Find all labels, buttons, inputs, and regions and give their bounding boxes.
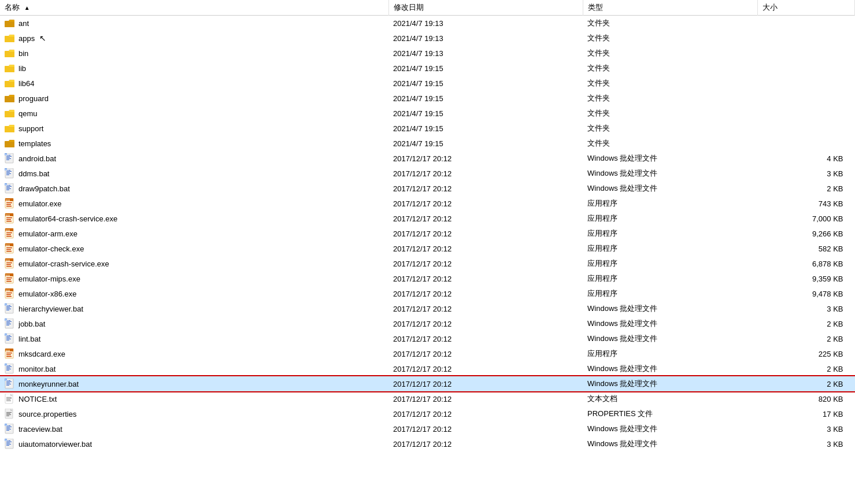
exe-icon: EXE [5,349,15,359]
file-size: 2 KB [757,331,854,346]
file-type: 文本文档 [583,391,757,406]
col-name-label: 名称 [5,3,20,12]
file-name: mksdcard.exe [18,350,65,358]
table-row[interactable]: support2021/4/7 19:15文件夹 [0,121,855,136]
svg-text:BAT: BAT [5,333,10,336]
file-date: 2021/4/7 19:15 [388,61,583,76]
svg-rect-86 [6,309,11,309]
file-date: 2021/4/7 19:13 [388,16,583,31]
svg-rect-118 [6,370,9,370]
file-type: Windows 批处理文件 [583,361,757,376]
table-row[interactable]: BAT ddms.bat2017/12/17 20:12Windows 批处理文… [0,166,855,181]
file-type: Windows 批处理文件 [583,181,757,196]
table-row[interactable]: qemu2021/4/7 19:15文件夹 [0,106,855,121]
table-row[interactable]: EXE emulator64-crash-service.exe2017/12/… [0,211,855,226]
svg-rect-144 [6,428,10,428]
file-size: 7,000 KB [757,211,854,226]
svg-rect-140 [6,416,9,416]
file-type: 应用程序 [583,226,757,241]
bat-icon: BAT [5,183,15,194]
table-row[interactable]: NOTICE.txt2017/12/17 20:12文本文档820 KB [0,391,855,406]
table-row[interactable]: templates2021/4/7 19:15文件夹 [0,136,855,151]
svg-rect-138 [6,413,10,414]
file-name: emulator-x86.exe [18,290,76,298]
table-row[interactable]: BAT monitor.bat2017/12/17 20:12Windows 批… [0,361,855,376]
svg-rect-123 [6,381,12,382]
col-header-date[interactable]: 修改日期 [388,0,583,16]
file-size: 2 KB [757,376,854,391]
table-row[interactable]: EXE mksdcard.exe2017/12/17 20:12应用程序225 … [0,346,855,361]
table-row[interactable]: proguard2021/4/7 19:15文件夹 [0,91,855,106]
folder-icon [5,123,15,134]
svg-text:BAT: BAT [5,364,10,366]
table-row[interactable]: bin2021/4/7 19:13文件夹 [0,46,855,61]
svg-text:BAT: BAT [5,439,10,442]
svg-rect-101 [6,338,10,338]
file-name: apps [18,34,35,43]
file-size: 820 KB [757,391,854,406]
table-row[interactable]: lib2021/4/7 19:15文件夹 [0,61,855,76]
table-row[interactable]: BAT lint.bat2017/12/17 20:12Windows 批处理文… [0,331,855,346]
svg-rect-78 [6,292,12,294]
file-date: 2017/12/17 20:12 [388,421,583,436]
svg-rect-0 [5,21,14,27]
file-date: 2021/4/7 19:13 [388,31,583,46]
file-size: 9,266 KB [757,226,854,241]
file-name: uiautomatorviewer.bat [18,440,92,449]
table-row[interactable]: EXE emulator-mips.exe2017/12/17 20:12应用程… [0,271,855,286]
svg-rect-7 [5,127,14,132]
svg-rect-95 [6,325,9,325]
table-row[interactable]: EXE emulator-check.exe2017/12/17 20:12应用… [0,241,855,256]
table-row[interactable]: BAT monkeyrunner.bat2017/12/17 20:12Wind… [0,376,855,391]
table-row[interactable]: BAT uiautomatorviewer.bat2017/12/17 20:1… [0,436,855,451]
file-size [757,31,854,46]
table-row[interactable]: EXE emulator-arm.exe2017/12/17 20:12应用程序… [0,226,855,241]
table-row[interactable]: BAT hierarchyviewer.bat2017/12/17 20:12W… [0,301,855,316]
svg-rect-139 [6,414,11,415]
file-list: 名称 ▲ 修改日期 类型 大小 ant2021/4/7 19:13文件夹 app… [0,0,855,451]
file-name: emulator-check.exe [18,244,84,253]
table-row[interactable]: BAT jobb.bat2017/12/17 20:12Windows 批处理文… [0,316,855,331]
svg-rect-109 [6,353,12,354]
svg-rect-124 [6,383,10,383]
svg-rect-22 [6,175,9,175]
file-size: 17 KB [757,406,854,421]
file-type: 文件夹 [583,136,757,151]
col-header-size[interactable]: 大小 [757,0,854,16]
file-name: support [18,124,43,133]
table-row[interactable]: apps↖2021/4/7 19:13文件夹 [0,31,855,46]
table-row[interactable]: BAT draw9patch.bat2017/12/17 20:12Window… [0,181,855,196]
table-row[interactable]: source.properties2017/12/17 20:12PROPERT… [0,406,855,421]
file-size: 225 KB [757,346,854,361]
col-type-label: 类型 [588,3,603,12]
svg-text:EXE: EXE [6,290,10,292]
file-name: lib64 [18,79,34,88]
exe-icon: EXE [5,228,15,239]
table-row[interactable]: EXE emulator-crash-service.exe2017/12/17… [0,256,855,271]
table-row[interactable]: ant2021/4/7 19:13文件夹 [0,16,855,31]
file-type: 应用程序 [583,256,757,271]
file-name: jobb.bat [18,320,45,328]
file-size: 3 KB [757,436,854,451]
svg-rect-71 [6,277,12,279]
table-row[interactable]: lib642021/4/7 19:15文件夹 [0,76,855,91]
exe-icon: EXE [5,273,15,284]
file-date: 2017/12/17 20:12 [388,151,583,166]
table-row[interactable]: BAT traceview.bat2017/12/17 20:12Windows… [0,421,855,436]
file-name: android.bat [18,154,56,163]
file-name: monitor.bat [18,365,55,373]
bat-icon: BAT [5,333,15,344]
file-type: Windows 批处理文件 [583,376,757,391]
col-header-name[interactable]: 名称 ▲ [0,0,388,16]
exe-icon: EXE [5,258,15,269]
file-name: emulator.exe [18,199,61,208]
file-date: 2021/4/7 19:13 [388,46,583,61]
col-header-type[interactable]: 类型 [583,0,757,16]
table-row[interactable]: EXE emulator.exe2017/12/17 20:12应用程序743 … [0,196,855,211]
file-name: lib [18,64,26,73]
file-date: 2017/12/17 20:12 [388,391,583,406]
file-name: source.properties [18,410,76,418]
table-row[interactable]: EXE emulator-x86.exe2017/12/17 20:12应用程序… [0,286,855,301]
table-row[interactable]: BAT android.bat2017/12/17 20:12Windows 批… [0,151,855,166]
file-name: ant [18,19,29,28]
